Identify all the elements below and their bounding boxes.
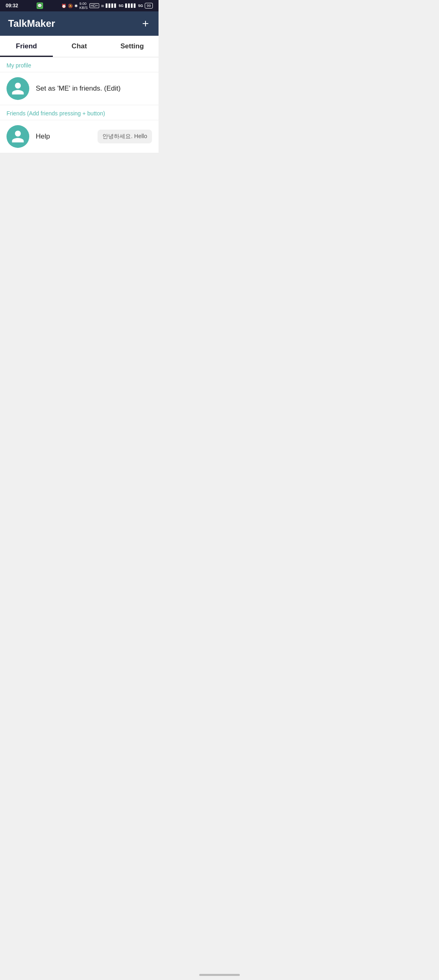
battery-icon: 99 bbox=[145, 3, 153, 9]
5g-label-2: 5G bbox=[138, 4, 143, 8]
my-profile-section-header: My profile bbox=[0, 57, 159, 72]
tab-setting[interactable]: Setting bbox=[106, 36, 159, 57]
friend-avatar-help bbox=[7, 125, 29, 148]
tab-bar: Friend Chat Setting bbox=[0, 36, 159, 57]
5g-label-1: 5G bbox=[119, 4, 124, 8]
status-time: 09:32 bbox=[6, 3, 18, 9]
network-speed: 9.00KB/S bbox=[79, 2, 88, 10]
my-profile-avatar bbox=[7, 77, 29, 100]
alarm-icon: ⏰ bbox=[61, 4, 66, 8]
hd-icon: HD+ bbox=[89, 3, 99, 8]
friend-message-help: 안녕하세요. Hello bbox=[98, 130, 152, 143]
status-bar: 09:32 💬 ⏰ 🔕 ✱ 9.00KB/S HD+ ≋ ▋▋▋▋ 5G ▋▋▋… bbox=[0, 0, 159, 11]
add-button[interactable]: + bbox=[141, 18, 150, 29]
wifi-icon: ≋ bbox=[101, 4, 104, 8]
tab-chat[interactable]: Chat bbox=[53, 36, 106, 57]
app-header: TalkMaker + bbox=[0, 11, 159, 36]
friend-name-help: Help bbox=[36, 132, 98, 141]
my-profile-name: Set as 'ME' in friends. (Edit) bbox=[36, 85, 152, 93]
my-profile-row[interactable]: Set as 'ME' in friends. (Edit) bbox=[0, 72, 159, 105]
friend-row-help[interactable]: Help 안녕하세요. Hello bbox=[0, 120, 159, 153]
mute-icon: 🔕 bbox=[68, 4, 73, 8]
bluetooth-icon: ✱ bbox=[74, 4, 78, 8]
signal-icon-1: ▋▋▋▋ bbox=[106, 4, 117, 8]
app-title: TalkMaker bbox=[8, 18, 55, 29]
status-icons: 💬 bbox=[37, 2, 43, 9]
system-icons: ⏰ 🔕 ✱ 9.00KB/S HD+ ≋ ▋▋▋▋ 5G ▋▋▋▋ 5G 99 bbox=[61, 2, 153, 10]
person-icon bbox=[11, 81, 25, 96]
person-icon bbox=[11, 129, 25, 144]
tab-friend[interactable]: Friend bbox=[0, 36, 53, 57]
signal-icon-2: ▋▋▋▋ bbox=[125, 4, 137, 8]
content-area: My profile Set as 'ME' in friends. (Edit… bbox=[0, 57, 159, 153]
friends-section-header: Friends (Add friends pressing + button) bbox=[0, 105, 159, 120]
chat-notification-icon: 💬 bbox=[37, 2, 43, 9]
